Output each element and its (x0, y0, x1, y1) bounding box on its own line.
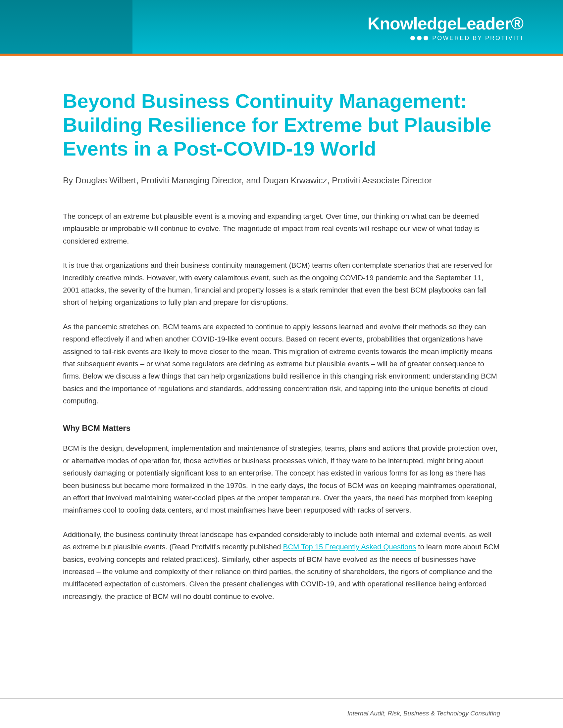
article-byline: By Douglas Wilbert, Protiviti Managing D… (63, 174, 500, 187)
logo-dot-1 (410, 36, 415, 40)
bcm-link[interactable]: BCM Top 15 Frequently Asked Questions (283, 543, 416, 551)
page-footer: Internal Audit, Risk, Business & Technol… (0, 698, 563, 728)
logo-subtitle: POWERED BY PROTIVITI (410, 35, 523, 42)
logo-registered: ® (511, 14, 523, 33)
section-heading-bcm: Why BCM Matters (63, 424, 500, 433)
logo-dot-2 (417, 36, 422, 40)
logo-name: KnowledgeLeader (368, 14, 511, 33)
article-title: Beyond Business Continuity Management: B… (63, 89, 500, 161)
footer-text: Internal Audit, Risk, Business & Technol… (348, 710, 500, 717)
paragraph-1: The concept of an extreme but plausible … (63, 210, 500, 247)
logo-dots (410, 36, 428, 40)
logo-area: KnowledgeLeader® POWERED BY PROTIVITI (368, 15, 523, 42)
paragraph-3: As the pandemic stretches on, BCM teams … (63, 321, 500, 407)
page-header: KnowledgeLeader® POWERED BY PROTIVITI (0, 0, 563, 56)
section-paragraph-2: Additionally, the business continuity th… (63, 528, 500, 603)
paragraph-2: It is true that organizations and their … (63, 259, 500, 309)
header-left-accent (0, 0, 132, 56)
section-paragraph-1: BCM is the design, development, implemen… (63, 442, 500, 516)
main-content: Beyond Business Continuity Management: B… (0, 56, 563, 654)
logo-dot-3 (424, 36, 428, 40)
powered-by-text: POWERED BY PROTIVITI (432, 35, 523, 42)
logo-text: KnowledgeLeader® (368, 15, 523, 32)
